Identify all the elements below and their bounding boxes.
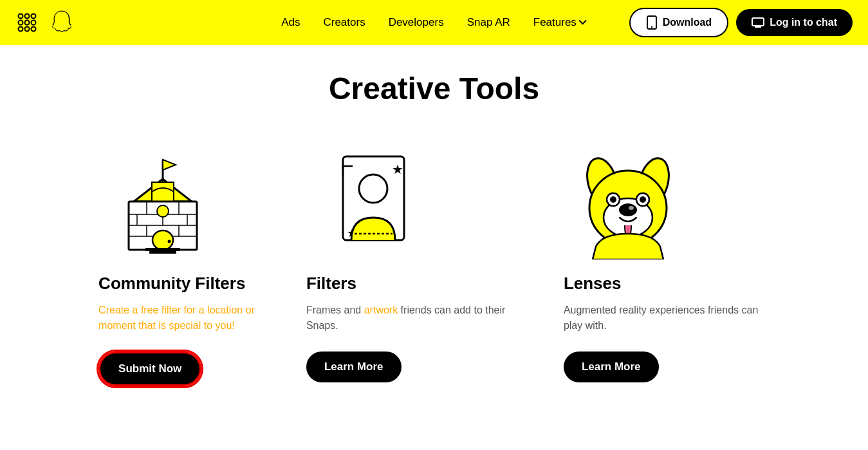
svg-rect-32: [149, 251, 176, 254]
download-button[interactable]: Download: [629, 8, 728, 37]
navbar-center: Ads Creators Developers Snap AR Features: [281, 16, 587, 29]
svg-point-0: [19, 14, 23, 19]
nav-snap-ar[interactable]: Snap AR: [467, 16, 510, 29]
filters-learn-more-button[interactable]: Learn More: [306, 352, 402, 382]
page-title: Creative Tools: [51, 71, 817, 106]
phone-icon: [646, 15, 658, 30]
cards-container: Community Filters Create a free filter f…: [51, 145, 817, 386]
svg-point-3: [19, 21, 23, 25]
lenses-learn-more-button[interactable]: Learn More: [564, 352, 659, 382]
filters-icon: ★ ★: [306, 145, 435, 261]
svg-point-47: [610, 196, 616, 203]
snapchat-logo[interactable]: [49, 8, 75, 37]
svg-point-44: [619, 203, 637, 216]
lenses-title: Lenses: [564, 274, 622, 294]
submit-now-button[interactable]: Submit Now: [98, 352, 201, 386]
navbar-left: [15, 8, 75, 37]
svg-rect-16: [152, 182, 174, 202]
community-filters-icon: [98, 145, 227, 261]
nav-features[interactable]: Features: [533, 16, 587, 29]
svg-point-38: [359, 174, 387, 203]
nav-ads[interactable]: Ads: [281, 16, 300, 29]
svg-point-7: [25, 27, 30, 32]
svg-point-28: [157, 205, 169, 217]
community-filters-description: Create a free filter for a location ormo…: [98, 303, 255, 333]
svg-point-4: [25, 21, 30, 25]
grid-icon[interactable]: [15, 11, 39, 34]
svg-point-1: [25, 14, 30, 19]
svg-text:★: ★: [392, 162, 403, 176]
svg-point-49: [640, 196, 646, 203]
login-button[interactable]: Log in to chat: [736, 9, 853, 36]
chevron-down-icon: [579, 20, 587, 25]
main-content: Creative Tools: [0, 45, 868, 425]
card-lenses: Lenses Augmented reality experiences fri…: [564, 145, 770, 386]
svg-point-45: [629, 206, 634, 210]
svg-marker-13: [163, 160, 176, 170]
lenses-icon: [564, 145, 692, 261]
lenses-description: Augmented reality experiences friends ca…: [564, 303, 770, 333]
svg-point-10: [651, 26, 652, 28]
card-community-filters: Community Filters Create a free filter f…: [98, 145, 255, 386]
nav-creators[interactable]: Creators: [323, 16, 365, 29]
svg-point-8: [32, 27, 36, 32]
svg-rect-31: [145, 248, 180, 251]
nav-developers[interactable]: Developers: [389, 16, 444, 29]
svg-point-5: [32, 21, 36, 25]
svg-point-30: [168, 239, 171, 243]
navbar: Ads Creators Developers Snap AR Features…: [0, 0, 868, 45]
svg-point-6: [19, 27, 23, 32]
monitor-icon: [752, 17, 764, 28]
community-filters-title: Community Filters: [98, 274, 245, 294]
navbar-right: Download Log in to chat: [629, 8, 853, 37]
filters-title: Filters: [306, 274, 356, 294]
card-filters: ★ ★ Filters Frames and artwork friends c…: [306, 145, 512, 386]
filters-description: Frames and artwork friends can add to th…: [306, 303, 512, 333]
svg-rect-11: [752, 18, 764, 26]
svg-point-2: [32, 14, 36, 19]
